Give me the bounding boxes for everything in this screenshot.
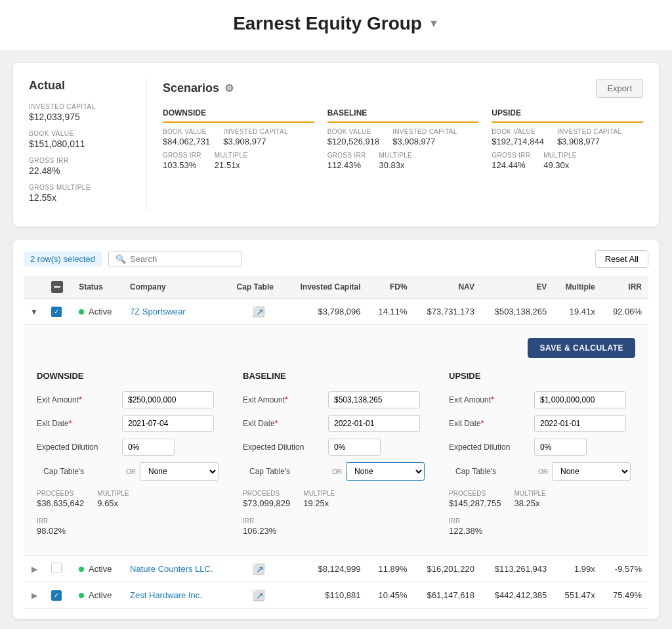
- up-irr-label: GROSS IRR: [492, 152, 530, 159]
- bl-exit-date-label: Exit Date*: [243, 419, 328, 428]
- company-link[interactable]: Zest Hardware Inc.: [130, 590, 202, 600]
- chevron-down-icon[interactable]: ▼: [30, 307, 38, 316]
- ds-proceeds-value: $36,635,642: [37, 498, 84, 508]
- launch-icon[interactable]: ↗: [256, 590, 264, 601]
- chevron-right-icon[interactable]: ▶: [32, 591, 37, 600]
- scenario-columns: DOWNSIDE BOOK VALUE $84,062,731 INVESTED…: [163, 108, 643, 175]
- ds-expected-dilution-label: Expected Dilution: [37, 443, 122, 452]
- bl-bv-value: $120,526,918: [327, 137, 380, 146]
- up-exit-date-input[interactable]: [534, 415, 626, 432]
- up-proceeds-label: PROCEEDS: [449, 490, 501, 497]
- company-link[interactable]: 7Z Sportswear: [130, 307, 186, 316]
- up-irr-res-label: IRR: [449, 517, 482, 525]
- title-dropdown-icon[interactable]: ▼: [429, 18, 439, 30]
- search-box[interactable]: 🔍: [108, 251, 242, 267]
- company-cell[interactable]: Nature Counters LLC.: [123, 556, 230, 582]
- bl-mult-res-label: MULTIPLE: [303, 490, 335, 497]
- row-checkbox-cell[interactable]: ✓: [45, 582, 72, 609]
- bl-cap-tables-select[interactable]: None: [346, 462, 425, 481]
- up-ic-label: INVESTED CAPITAL: [557, 128, 622, 135]
- launch-icon[interactable]: ↗: [256, 307, 264, 317]
- baseline-panel-title: BASELINE: [243, 371, 429, 381]
- captable-cell[interactable]: ⬜ ↗: [230, 556, 285, 582]
- bl-exit-amount-input[interactable]: [328, 391, 420, 408]
- search-input[interactable]: [130, 254, 235, 264]
- reset-all-button[interactable]: Reset All: [595, 250, 648, 268]
- col-company: Company: [123, 276, 230, 299]
- up-exit-date-label: Exit Date*: [449, 419, 534, 428]
- company-cell[interactable]: 7Z Sportswear: [123, 299, 230, 325]
- bl-exit-date-input[interactable]: [328, 415, 420, 432]
- downside-label: DOWNSIDE: [163, 108, 314, 123]
- up-irr-res-value: 122.38%: [449, 526, 482, 536]
- upside-panel-title: UPSIDE: [449, 371, 635, 381]
- status-cell: Active: [72, 582, 123, 609]
- bl-exit-amount-label: Exit Amount*: [243, 395, 328, 404]
- scenarios-section: Scenarios ⚙ Export DOWNSIDE BOOK VALUE $…: [147, 79, 643, 211]
- row-checkbox[interactable]: [51, 563, 62, 573]
- invested-capital-cell: $110,881: [285, 582, 367, 609]
- row-checkbox[interactable]: ✓: [51, 590, 62, 601]
- col-checkbox: [45, 276, 72, 299]
- up-irr-value: 124.44%: [492, 160, 530, 170]
- table-section: 2 row(s) selected 🔍 Reset All Status: [13, 240, 659, 619]
- status-cell: Active: [72, 299, 123, 325]
- baseline-panel: BASELINE Exit Amount* Exit Date*: [243, 371, 429, 536]
- col-multiple: Multiple: [553, 276, 601, 299]
- expanded-row: SAVE & CALCULATE DOWNSIDE Exit Amount*: [24, 325, 648, 556]
- ds-irr-label: GROSS IRR: [163, 152, 201, 159]
- save-calculate-button[interactable]: SAVE & CALCULATE: [528, 338, 635, 358]
- export-button[interactable]: Export: [596, 79, 643, 98]
- up-ic-value: $3,908,977: [557, 137, 622, 146]
- multiple-cell: 551.47x: [553, 582, 601, 609]
- irr-cell: -9.57%: [602, 556, 648, 582]
- up-cap-tables-select[interactable]: None: [552, 462, 631, 481]
- bl-ic-label: INVESTED CAPITAL: [392, 128, 457, 135]
- up-exit-amount-input[interactable]: [534, 391, 626, 408]
- up-proceeds-value: $145,287,755: [449, 498, 501, 508]
- company-link[interactable]: Nature Counters LLC.: [130, 564, 213, 574]
- col-expand: [24, 276, 45, 299]
- upside-panel: UPSIDE Exit Amount* Exit Date*: [449, 371, 635, 536]
- up-expected-dilution-input[interactable]: [534, 439, 587, 456]
- ds-bv-value: $84,062,731: [163, 137, 210, 146]
- ds-exit-date-label: Exit Date*: [37, 419, 122, 428]
- launch-icon[interactable]: ↗: [256, 564, 264, 575]
- fd-pct-cell: 14.11%: [368, 299, 414, 325]
- ds-irr-res-label: IRR: [37, 517, 66, 525]
- chevron-right-icon[interactable]: ▶: [32, 565, 37, 574]
- expanded-content-cell: SAVE & CALCULATE DOWNSIDE Exit Amount*: [24, 325, 648, 556]
- up-mult-res-value: 38.25x: [514, 498, 546, 508]
- scenario-panels: DOWNSIDE Exit Amount* Exit Date*: [37, 371, 635, 536]
- row-checkbox[interactable]: ✓: [51, 307, 62, 317]
- row-expand-cell[interactable]: ▶: [24, 556, 45, 582]
- bl-mult-res-value: 19.25x: [303, 498, 335, 508]
- row-expand-cell[interactable]: ▶: [24, 582, 45, 609]
- upside-column: UPSIDE BOOK VALUE $192,714,844 INVESTED …: [492, 108, 643, 175]
- captable-cell[interactable]: ⬜ ↗: [230, 299, 285, 325]
- ds-mult-value: 21.51x: [215, 160, 248, 170]
- gear-icon[interactable]: ⚙: [224, 82, 234, 95]
- row-checkbox-cell[interactable]: [45, 556, 72, 582]
- status-dot: [79, 309, 84, 314]
- search-icon: 🔍: [116, 254, 126, 264]
- ds-mult-label: MULTIPLE: [215, 152, 248, 159]
- col-irr: IRR: [602, 276, 648, 299]
- row-checkbox-cell[interactable]: ✓: [45, 299, 72, 325]
- col-ev: EV: [481, 276, 553, 299]
- up-mult-value: 49.30x: [543, 160, 577, 170]
- bl-irr-label: GROSS IRR: [327, 152, 366, 159]
- invested-capital-cell: $3,798,096: [285, 299, 367, 325]
- select-all-checkbox[interactable]: [51, 281, 63, 293]
- ds-cap-tables-select[interactable]: None: [140, 462, 219, 481]
- captable-cell[interactable]: ⬜ ↗: [230, 582, 285, 609]
- ds-exit-date-input[interactable]: [122, 415, 214, 432]
- company-cell[interactable]: Zest Hardware Inc.: [123, 582, 230, 609]
- invested-capital-cell: $8,124,999: [285, 556, 367, 582]
- ds-expected-dilution-input[interactable]: [122, 439, 175, 456]
- ds-exit-amount-input[interactable]: [122, 391, 214, 408]
- bl-expected-dilution-input[interactable]: [328, 439, 381, 456]
- row-expand-cell[interactable]: ▼: [24, 299, 45, 325]
- data-table: Status Company Cap Table Invested Capita…: [24, 276, 648, 609]
- top-cards: Actual INVESTED CAPITAL $12,033,975 BOOK…: [13, 63, 659, 227]
